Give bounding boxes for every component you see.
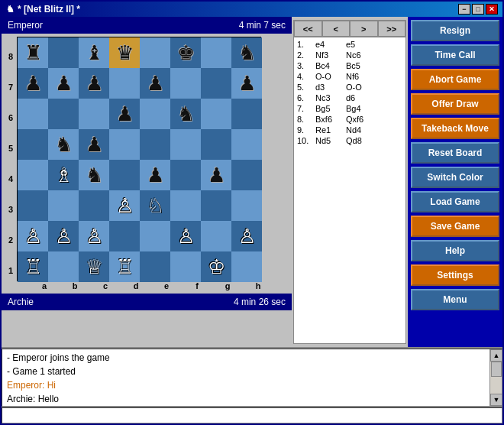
square-d6[interactable]: ♟ <box>109 99 140 129</box>
resign-button[interactable]: Resign <box>411 20 499 41</box>
takeback-move-button[interactable]: Takeback Move <box>411 118 499 139</box>
square-d7[interactable] <box>109 68 140 99</box>
square-e4[interactable]: ♟ <box>140 160 170 190</box>
square-h2[interactable]: ♙ <box>231 221 262 251</box>
move-white[interactable]: Re1 <box>315 125 343 135</box>
square-b3[interactable] <box>48 190 79 221</box>
move-black[interactable]: e5 <box>346 40 373 49</box>
square-a8[interactable]: ♜ <box>18 37 48 68</box>
close-button[interactable]: ✕ <box>486 4 498 15</box>
move-black[interactable]: Nf6 <box>346 72 373 81</box>
square-d4[interactable] <box>109 160 140 190</box>
nav-btn-lt<[interactable]: << <box>294 21 322 37</box>
square-h4[interactable] <box>231 160 262 190</box>
nav-btn-lt[interactable]: < <box>322 21 351 37</box>
move-white[interactable]: d3 <box>315 83 343 92</box>
square-a6[interactable] <box>18 99 48 129</box>
move-black[interactable]: Bc5 <box>346 61 373 70</box>
square-c3[interactable] <box>79 190 109 221</box>
scroll-down-button[interactable]: ▼ <box>490 394 502 406</box>
move-white[interactable]: Nd5 <box>315 136 343 145</box>
square-c5[interactable]: ♟ <box>79 129 109 160</box>
help-button[interactable]: Help <box>411 240 499 261</box>
square-f5[interactable] <box>170 129 201 160</box>
square-e2[interactable] <box>140 221 170 251</box>
load-game-button[interactable]: Load Game <box>411 191 499 212</box>
square-h7[interactable]: ♟ <box>231 68 262 99</box>
square-c1[interactable]: ♕ <box>79 251 109 282</box>
square-f3[interactable] <box>170 190 201 221</box>
square-b8[interactable] <box>48 37 79 68</box>
square-g4[interactable]: ♟ <box>201 160 231 190</box>
square-g8[interactable] <box>201 37 231 68</box>
square-c7[interactable]: ♟ <box>79 68 109 99</box>
square-g1[interactable]: ♔ <box>201 251 231 282</box>
move-black[interactable]: Nc6 <box>346 50 373 60</box>
square-f4[interactable] <box>170 160 201 190</box>
square-c2[interactable]: ♙ <box>79 221 109 251</box>
square-a2[interactable]: ♙ <box>18 221 48 251</box>
square-c6[interactable] <box>79 99 109 129</box>
move-white[interactable]: Bxf6 <box>315 115 343 124</box>
square-a3[interactable] <box>18 190 48 221</box>
square-a7[interactable]: ♟ <box>18 68 48 99</box>
square-g7[interactable] <box>201 68 231 99</box>
menu-button[interactable]: Menu <box>411 289 499 310</box>
square-d1[interactable]: ♖ <box>109 251 140 282</box>
square-h8[interactable]: ♞ <box>231 37 262 68</box>
square-d5[interactable] <box>109 129 140 160</box>
square-b2[interactable]: ♙ <box>48 221 79 251</box>
square-b1[interactable] <box>48 251 79 282</box>
move-black[interactable]: d6 <box>346 93 373 102</box>
switch-color-button[interactable]: Switch Color <box>411 167 499 188</box>
chess-board[interactable]: ♜♝♛♚♞♟♟♟♟♟♟♞♞♟♗♞♟♟♙♘♙♙♙♙♙♖♕♖♔ <box>17 37 261 281</box>
square-e7[interactable]: ♟ <box>140 68 170 99</box>
square-h6[interactable] <box>231 99 262 129</box>
square-g3[interactable] <box>201 190 231 221</box>
square-e8[interactable] <box>140 37 170 68</box>
square-f8[interactable]: ♚ <box>170 37 201 68</box>
scroll-thumb[interactable] <box>491 362 502 377</box>
chat-input[interactable] <box>2 407 502 423</box>
square-b6[interactable] <box>48 99 79 129</box>
nav-btn-gt[interactable]: > <box>350 21 378 37</box>
abort-game-button[interactable]: Abort Game <box>411 69 499 90</box>
square-a4[interactable] <box>18 160 48 190</box>
move-white[interactable]: Bc4 <box>315 61 343 70</box>
maximize-button[interactable]: □ <box>472 4 484 15</box>
square-f7[interactable] <box>170 68 201 99</box>
offer-draw-button[interactable]: Offer Draw <box>411 93 499 115</box>
move-black[interactable]: O-O <box>346 83 373 92</box>
square-g2[interactable] <box>201 221 231 251</box>
square-d2[interactable] <box>109 221 140 251</box>
nav-btn-gt>[interactable]: >> <box>378 21 406 37</box>
square-d3[interactable]: ♙ <box>109 190 140 221</box>
square-a5[interactable] <box>18 129 48 160</box>
square-e1[interactable] <box>140 251 170 282</box>
time-call-button[interactable]: Time Call <box>411 44 499 66</box>
save-game-button[interactable]: Save Game <box>411 216 499 237</box>
square-c4[interactable]: ♞ <box>79 160 109 190</box>
minimize-button[interactable]: − <box>458 4 470 15</box>
square-b7[interactable]: ♟ <box>48 68 79 99</box>
move-black[interactable]: Nd4 <box>346 125 373 135</box>
chat-scrollbar[interactable]: ▲ ▼ <box>489 349 502 406</box>
square-e5[interactable] <box>140 129 170 160</box>
square-e6[interactable] <box>140 99 170 129</box>
square-e3[interactable]: ♘ <box>140 190 170 221</box>
square-f2[interactable]: ♙ <box>170 221 201 251</box>
move-black[interactable]: Bg4 <box>346 104 373 113</box>
reset-board-button[interactable]: Reset Board <box>411 142 499 164</box>
move-white[interactable]: Nc3 <box>315 93 343 102</box>
move-white[interactable]: Nf3 <box>315 50 343 60</box>
square-c8[interactable]: ♝ <box>79 37 109 68</box>
move-white[interactable]: Bg5 <box>315 104 343 113</box>
move-black[interactable]: Qxf6 <box>346 115 373 124</box>
square-d8[interactable]: ♛ <box>109 37 140 68</box>
square-f6[interactable]: ♞ <box>170 99 201 129</box>
square-b4[interactable]: ♗ <box>48 160 79 190</box>
square-f1[interactable] <box>170 251 201 282</box>
settings-button[interactable]: Settings <box>411 264 499 286</box>
scroll-up-button[interactable]: ▲ <box>490 349 502 362</box>
square-h5[interactable] <box>231 129 262 160</box>
